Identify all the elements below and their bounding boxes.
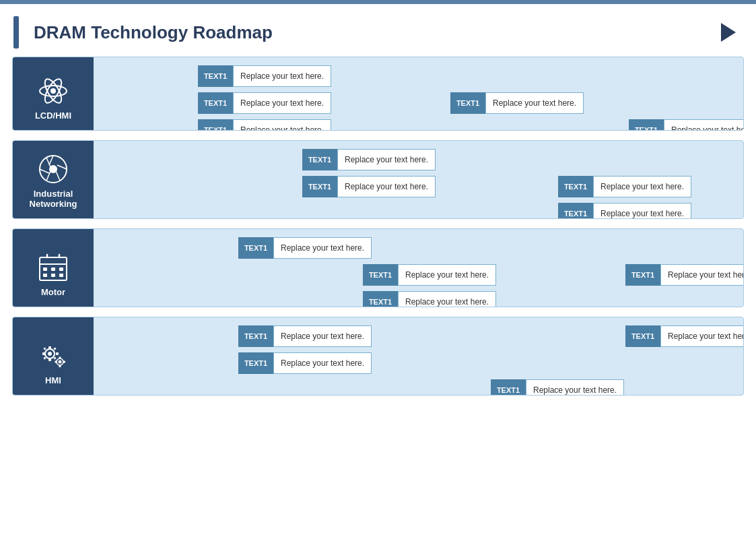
svg-line-7 bbox=[57, 165, 67, 169]
calendar-icon bbox=[38, 252, 69, 283]
tag-badge: TEXT1 bbox=[198, 92, 233, 114]
category-name-hmi: HMI bbox=[45, 375, 61, 385]
svg-rect-27 bbox=[56, 352, 59, 355]
aperture-icon bbox=[38, 154, 69, 185]
svg-rect-20 bbox=[51, 274, 55, 277]
svg-rect-26 bbox=[42, 352, 45, 355]
tag-item[interactable]: TEXT1 Replace your text here. bbox=[238, 237, 372, 259]
tag-badge: TEXT1 bbox=[629, 119, 664, 131]
tag-text[interactable]: Replace your text here. bbox=[485, 92, 584, 114]
play-icon bbox=[721, 23, 736, 42]
content-industrial: TEXT1 Replace your text here. TEXT1 Repl… bbox=[94, 141, 743, 218]
category-label-motor: Motor bbox=[13, 229, 94, 307]
svg-rect-16 bbox=[43, 268, 47, 271]
category-row-motor: Motor TEXT1 Replace your text here. TEXT… bbox=[12, 228, 744, 307]
tag-badge: TEXT1 bbox=[198, 65, 233, 87]
tag-text[interactable]: Replace your text here. bbox=[337, 176, 436, 197]
svg-rect-37 bbox=[63, 361, 65, 363]
svg-rect-21 bbox=[59, 274, 63, 277]
tag-item[interactable]: TEXT1 Replace your text here. bbox=[363, 291, 496, 307]
category-label-lcd-hmi: LCD/HMI bbox=[13, 57, 94, 130]
tag-item[interactable]: TEXT1 Replace your text here. bbox=[558, 176, 691, 197]
svg-rect-35 bbox=[59, 365, 61, 367]
tag-badge: TEXT1 bbox=[625, 264, 660, 286]
tag-badge: TEXT1 bbox=[302, 149, 337, 170]
header: DRAM Technology Roadmap bbox=[0, 4, 756, 57]
tag-badge: TEXT1 bbox=[302, 176, 337, 197]
category-row-lcd-hmi: LCD/HMI TEXT1 Replace your text here. TE… bbox=[12, 57, 744, 131]
tag-text[interactable]: Replace your text here. bbox=[398, 264, 496, 286]
tag-item[interactable]: TEXT1 Replace your text here. bbox=[238, 352, 372, 374]
tag-text[interactable]: Replace your text here. bbox=[273, 237, 372, 259]
tag-item[interactable]: TEXT1 Replace your text here. bbox=[450, 92, 584, 114]
svg-line-6 bbox=[49, 156, 53, 165]
svg-rect-34 bbox=[59, 357, 61, 359]
tag-text[interactable]: Replace your text here. bbox=[273, 352, 372, 374]
tag-badge: TEXT1 bbox=[558, 176, 593, 197]
svg-rect-17 bbox=[51, 268, 55, 271]
tag-text[interactable]: Replace your text here. bbox=[273, 325, 372, 347]
tag-item[interactable]: TEXT1 Replace your text here. bbox=[238, 325, 372, 347]
svg-rect-25 bbox=[48, 358, 51, 361]
category-name-motor: Motor bbox=[41, 287, 65, 297]
tag-badge: TEXT1 bbox=[363, 264, 398, 286]
tag-badge: TEXT1 bbox=[363, 291, 398, 307]
page-title: DRAM Technology Roadmap bbox=[34, 22, 705, 43]
svg-rect-24 bbox=[48, 346, 51, 349]
page: DRAM Technology Roadmap LCD/HMI TEXT1 bbox=[0, 0, 756, 535]
svg-line-8 bbox=[56, 171, 60, 181]
svg-rect-18 bbox=[59, 268, 63, 271]
tag-item[interactable]: TEXT1 Replace your text here. bbox=[363, 264, 496, 286]
tag-text[interactable]: Replace your text here. bbox=[526, 379, 624, 396]
tag-text[interactable]: Replace your text here. bbox=[664, 119, 744, 131]
tag-text[interactable]: Replace your text here. bbox=[593, 176, 691, 197]
tag-item[interactable]: TEXT1 Replace your text here. bbox=[629, 119, 744, 131]
content-hmi: TEXT1 Replace your text here. TEXT1 Repl… bbox=[94, 317, 743, 395]
tag-badge: TEXT1 bbox=[238, 237, 273, 259]
tag-item[interactable]: TEXT1 Replace your text here. bbox=[302, 149, 436, 170]
tag-badge: TEXT1 bbox=[238, 352, 273, 374]
tag-badge: TEXT1 bbox=[558, 203, 593, 219]
svg-rect-28 bbox=[43, 347, 46, 350]
content-motor: TEXT1 Replace your text here. TEXT1 Repl… bbox=[94, 229, 743, 307]
tag-item[interactable]: TEXT1 Replace your text here. bbox=[625, 325, 744, 347]
tag-text[interactable]: Replace your text here. bbox=[593, 203, 691, 219]
tag-text[interactable]: Replace your text here. bbox=[398, 291, 496, 307]
tag-badge: TEXT1 bbox=[625, 325, 660, 347]
tag-badge: TEXT1 bbox=[238, 325, 273, 347]
svg-point-23 bbox=[48, 352, 52, 356]
svg-point-33 bbox=[59, 360, 62, 364]
svg-point-3 bbox=[50, 88, 56, 94]
gears-icon bbox=[38, 340, 69, 371]
tag-badge: TEXT1 bbox=[491, 379, 526, 396]
tag-item[interactable]: TEXT1 Replace your text here. bbox=[491, 379, 624, 396]
category-label-industrial: Industrial Networking bbox=[13, 141, 94, 218]
header-accent bbox=[13, 16, 19, 49]
tag-item[interactable]: TEXT1 Replace your text here. bbox=[558, 203, 691, 219]
tag-item[interactable]: TEXT1 Replace your text here. bbox=[625, 264, 744, 286]
svg-rect-36 bbox=[55, 361, 57, 363]
tag-text[interactable]: Replace your text here. bbox=[660, 264, 744, 286]
category-label-hmi: HMI bbox=[13, 317, 94, 395]
tag-text[interactable]: Replace your text here. bbox=[233, 65, 331, 87]
tag-text[interactable]: Replace your text here. bbox=[233, 92, 331, 114]
tag-text[interactable]: Replace your text here. bbox=[233, 119, 331, 131]
tag-item[interactable]: TEXT1 Replace your text here. bbox=[198, 119, 331, 131]
svg-rect-29 bbox=[53, 347, 56, 350]
svg-line-10 bbox=[40, 169, 49, 173]
atom-icon bbox=[38, 75, 69, 106]
tag-badge: TEXT1 bbox=[198, 119, 233, 131]
rows-container: LCD/HMI TEXT1 Replace your text here. TE… bbox=[0, 57, 756, 404]
tag-item[interactable]: TEXT1 Replace your text here. bbox=[302, 176, 436, 197]
tag-text[interactable]: Replace your text here. bbox=[660, 325, 744, 347]
tag-item[interactable]: TEXT1 Replace your text here. bbox=[198, 92, 331, 114]
tag-item[interactable]: TEXT1 Replace your text here. bbox=[198, 65, 331, 87]
category-row-hmi: HMI TEXT1 Replace your text here. TEXT1 … bbox=[12, 317, 744, 396]
category-name-lcd-hmi: LCD/HMI bbox=[35, 111, 71, 121]
category-name-industrial: Industrial Networking bbox=[30, 189, 77, 209]
tag-badge: TEXT1 bbox=[450, 92, 485, 114]
content-lcd-hmi: TEXT1 Replace your text here. TEXT1 Repl… bbox=[94, 57, 743, 130]
tag-text[interactable]: Replace your text here. bbox=[337, 149, 436, 170]
svg-rect-19 bbox=[43, 274, 47, 277]
category-row-industrial: Industrial Networking TEXT1 Replace your… bbox=[12, 140, 744, 219]
